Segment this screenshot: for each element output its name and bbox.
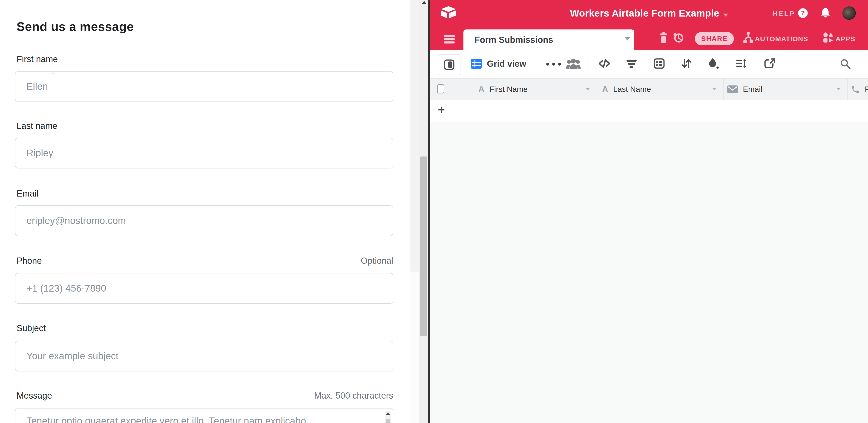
airtable-pane: Workers Airtable Form Example HELP ? For… (430, 0, 868, 423)
subject-label: Subject (17, 323, 46, 333)
apps-label[interactable]: APPS (836, 35, 855, 43)
column-caret-icon[interactable] (836, 88, 841, 90)
row-height-icon[interactable] (736, 58, 747, 70)
filter-icon[interactable] (626, 58, 637, 70)
text-field-type-icon: A (602, 85, 608, 94)
automations-icon[interactable] (742, 32, 754, 44)
share-button[interactable]: SHARE (695, 32, 734, 46)
screen: Send us a message First name Last name E… (0, 0, 868, 423)
text-cursor-icon (51, 73, 55, 81)
page-gutter-lower (410, 272, 419, 423)
scrollbar-up-icon[interactable] (422, 1, 427, 4)
column-caret-icon[interactable] (586, 88, 590, 90)
column-divider[interactable] (847, 79, 847, 100)
column-caret-icon[interactable] (712, 88, 717, 90)
toggle-view-sidebar-button[interactable] (438, 54, 460, 75)
add-row-button[interactable]: + (438, 103, 445, 117)
left-pane-scrollbar-thumb[interactable] (420, 156, 427, 336)
grid-header-row: A First Name A Last Name Email (430, 79, 868, 100)
grid-view-icon (471, 59, 482, 69)
base-menu-caret-icon (723, 13, 728, 17)
notifications-bell-icon[interactable] (820, 8, 831, 20)
message-textarea[interactable]: Tenetur optio quaerat expedite vero et i… (15, 408, 393, 423)
email-label: Email (17, 189, 38, 199)
sort-icon[interactable] (681, 58, 692, 70)
message-scrollbar-thumb[interactable] (386, 419, 390, 423)
share-view-icon[interactable] (764, 58, 775, 70)
phone-optional-note: Optional (15, 256, 393, 266)
view-name: Grid view (487, 59, 526, 69)
contact-form-pane: Send us a message First name Last name E… (0, 0, 410, 423)
email-input[interactable] (15, 205, 393, 236)
history-icon[interactable] (673, 32, 684, 44)
trash-icon[interactable] (659, 32, 668, 44)
text-field-type-icon: A (478, 85, 484, 94)
subject-input[interactable] (15, 341, 393, 371)
phone-input[interactable] (15, 273, 393, 304)
column-divider[interactable] (723, 79, 723, 100)
first-name-label: First name (17, 54, 58, 64)
tab-dropdown-caret-icon[interactable] (625, 37, 630, 40)
column-header-first-name[interactable]: A First Name (478, 79, 593, 100)
sidebar-hamburger-icon[interactable] (444, 35, 455, 45)
search-icon[interactable] (840, 58, 850, 70)
help-question-icon[interactable]: ? (798, 8, 808, 18)
window-divider (428, 0, 430, 423)
view-switcher-button[interactable]: Grid view (471, 59, 526, 69)
phone-field-type-icon (850, 85, 860, 94)
form-title: Send us a message (17, 19, 134, 34)
frozen-column-divider (599, 79, 599, 423)
page-gutter (410, 0, 419, 272)
tab-form-submissions-label: Form Submissions (474, 35, 553, 45)
scroll-up-icon[interactable] (386, 412, 390, 415)
first-name-input[interactable] (15, 71, 393, 102)
color-icon[interactable] (708, 58, 719, 70)
collaborators-icon[interactable] (566, 58, 581, 70)
column-header-email[interactable]: Email (727, 79, 829, 100)
view-more-menu-icon[interactable] (546, 63, 561, 66)
last-name-label: Last name (17, 121, 57, 131)
add-row-strip[interactable]: + (430, 100, 868, 122)
apps-icon[interactable] (823, 32, 834, 44)
help-button[interactable]: HELP (772, 10, 795, 18)
automations-label[interactable]: AUTOMATIONS (755, 35, 808, 43)
toolbar-divider (587, 57, 587, 71)
email-field-type-icon (727, 85, 738, 93)
message-maxchars-note: Max. 500 characters (15, 391, 393, 401)
hide-fields-icon[interactable] (598, 58, 611, 70)
column-header-last-name[interactable]: A Last Name (602, 79, 706, 100)
message-placeholder: Tenetur optio quaerat expedite vero et i… (26, 415, 378, 423)
last-name-input[interactable] (15, 138, 393, 169)
column-header-phone[interactable]: Phone (850, 79, 868, 100)
select-all-checkbox[interactable] (437, 84, 444, 93)
view-toolbar: Grid view (430, 50, 868, 79)
message-scrollbar[interactable] (385, 411, 391, 423)
user-avatar[interactable] (842, 6, 856, 20)
group-icon[interactable] (654, 58, 665, 70)
